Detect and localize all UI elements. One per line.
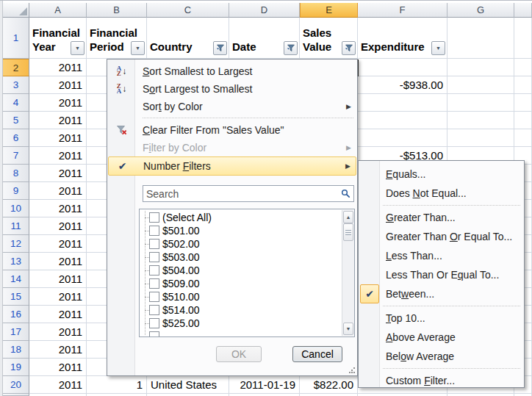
cell-F3[interactable]: -$938.00 [358,76,447,94]
filter-value-item-525-00[interactable]: $525.00 [140,317,341,330]
cell-A17[interactable]: 2011 [29,323,87,341]
search-input[interactable] [143,188,341,200]
column-header-C[interactable]: C [147,3,229,18]
list-scrollbar[interactable]: ▲▼ [342,210,354,336]
filter-value-item-503-00[interactable]: $503.00 [140,251,341,264]
checkbox[interactable] [149,212,159,223]
column-header-D[interactable]: D [229,3,300,18]
column-header-G[interactable]: G [447,3,514,18]
ok-button[interactable]: OK [216,346,262,362]
select-all-corner[interactable] [3,3,29,18]
header-cell-financial-year[interactable]: FinancialYear▼ [29,18,87,59]
row-header-1[interactable]: 1 [3,18,29,59]
cell-X4[interactable] [514,94,532,112]
cell-F2[interactable] [358,59,447,76]
checkbox[interactable] [149,305,159,315]
row-header-5[interactable]: 5 [3,112,29,129]
column-header-B[interactable]: B [87,3,147,18]
scrollbar-down-button[interactable]: ▼ [343,323,353,335]
scrollbar-up-button[interactable]: ▲ [343,211,353,223]
row-header-18[interactable]: 18 [3,341,29,359]
filter-value-item-510-00[interactable]: $510.00 [140,290,341,303]
row-header-15[interactable]: 15 [3,288,29,306]
cell-F4[interactable] [358,94,447,112]
cell-B20[interactable]: 1 [87,376,147,394]
cell-A20[interactable]: 2011 [29,376,87,394]
row-header-2[interactable]: 2 [3,59,29,76]
submenu-item-custom-filter[interactable]: Custom Filter... [359,371,523,390]
column-header-F[interactable]: F [358,3,447,18]
submenu-item-above-average[interactable]: Above Average [359,328,523,347]
checkbox[interactable] [149,318,159,328]
cell-G3[interactable] [447,76,514,94]
cell-A13[interactable]: 2011 [29,253,87,270]
column-header-partial[interactable] [514,3,532,18]
cell-G4[interactable] [447,94,514,112]
menu-item-sort-largest-to-smallest[interactable]: ZA↓Sort Largest to Smallest [108,80,356,98]
cell-A15[interactable]: 2011 [29,288,87,306]
cell-A10[interactable]: 2011 [29,200,87,217]
row-header-16[interactable]: 16 [3,306,29,323]
checkbox[interactable] [149,265,159,276]
cell-E20[interactable]: $822.00 [300,376,358,394]
cell-A3[interactable]: 2011 [29,76,87,94]
header-cell-date[interactable]: Date [229,18,300,59]
cell-A6[interactable]: 2011 [29,129,87,147]
cell-X5[interactable] [514,112,532,129]
cell-A12[interactable]: 2011 [29,235,87,253]
column-header-A[interactable]: A [29,3,87,18]
header-cell-sales-value[interactable]: SalesValue [300,18,358,59]
submenu-item-top-10[interactable]: Top 10... [359,309,523,328]
submenu-item-greater-than[interactable]: Greater Than... [359,208,523,227]
filter-value-item-514-00[interactable]: $514.00 [140,303,341,317]
search-icon[interactable] [341,189,353,198]
cell-G6[interactable] [447,129,514,147]
cell-F6[interactable] [358,129,447,147]
menu-item-sort-smallest-to-largest[interactable]: AZ↓Sort Smallest to Largest [108,62,356,80]
cell-A4[interactable]: 2011 [29,94,87,112]
row-header-13[interactable]: 13 [3,253,29,270]
checkbox[interactable] [149,252,159,262]
filter-button-financial-period[interactable]: ▼ [131,41,145,55]
row-header-3[interactable]: 3 [3,76,29,94]
row-header-17[interactable]: 17 [3,323,29,341]
row-header-7[interactable]: 7 [3,147,29,165]
filter-button-date[interactable] [284,41,298,55]
row-header-14[interactable]: 14 [3,270,29,288]
row-header-9[interactable]: 9 [3,182,29,200]
cell-A18[interactable]: 2011 [29,341,87,359]
filter-value-item-select-all[interactable]: (Select All) [140,211,341,224]
checkbox[interactable] [149,292,159,302]
header-cell-expenditure[interactable]: Expenditure▼ [358,18,447,59]
checkbox[interactable] [149,331,159,337]
cell-A7[interactable]: 2011 [29,147,87,165]
row-header-12[interactable]: 12 [3,235,29,253]
menu-item-filter-by-color[interactable]: Filter by Color▶ [108,139,356,156]
filter-value-item-501-00[interactable]: $501.00 [140,224,341,237]
menu-item-number-filters[interactable]: ✔Number Filters▶ [108,156,356,176]
filter-value-item-504-00[interactable]: $504.00 [140,264,341,277]
row-header-20[interactable]: 20 [3,376,29,394]
cancel-button[interactable]: Cancel [292,346,342,362]
autofilter-menu[interactable]: AZ↓Sort Smallest to LargestZA↓Sort Large… [107,59,358,376]
filter-value-item-509-00[interactable]: $509.00 [140,277,341,290]
filter-button-expenditure[interactable]: ▼ [431,41,445,55]
menu-item-clear-filter-from-sales-value[interactable]: Clear Filter From "Sales Value" [108,121,356,139]
cell-A5[interactable]: 2011 [29,112,87,129]
row-header-19[interactable]: 19 [3,359,29,376]
row-header-10[interactable]: 10 [3,200,29,217]
cell-X2[interactable] [514,59,532,76]
header-cell-financial-period[interactable]: FinancialPeriod▼ [87,18,147,59]
checkbox[interactable] [149,278,159,289]
row-header-6[interactable]: 6 [3,129,29,147]
filter-value-item-partial[interactable] [140,330,341,337]
cell-X6[interactable] [514,129,532,147]
cell-D20[interactable]: 2011-01-19 [229,376,300,394]
cell-F5[interactable] [358,112,447,129]
resize-grip[interactable] [348,367,355,373]
header-cell-country[interactable]: Country [147,18,229,59]
filter-button-country[interactable] [213,41,227,55]
checkbox[interactable] [149,226,159,236]
filter-button-sales-value[interactable] [342,41,356,55]
submenu-item-between[interactable]: ✔Between... [359,284,523,303]
